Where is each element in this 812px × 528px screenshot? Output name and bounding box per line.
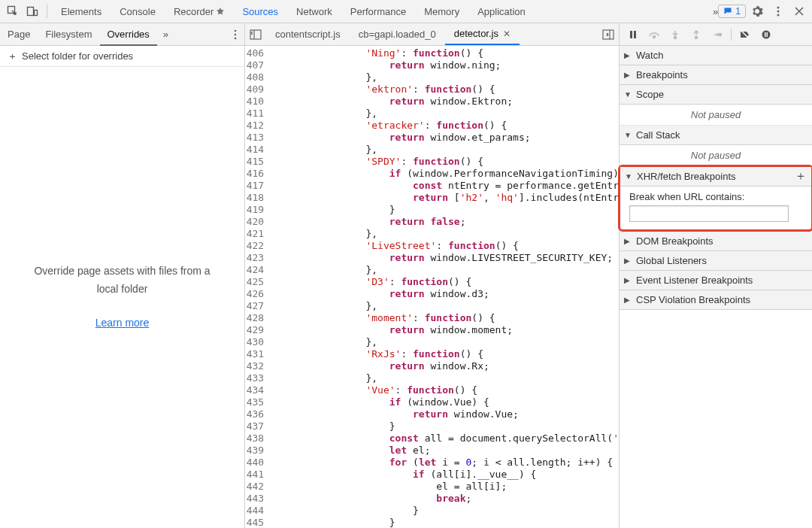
tab-recorder[interactable]: Recorder <box>165 0 233 23</box>
subtab-filesystem[interactable]: Filesystem <box>38 23 99 45</box>
callstack-not-paused: Not paused <box>620 145 812 166</box>
badge-count: 1 <box>735 6 741 17</box>
pause-on-exceptions-icon[interactable] <box>757 30 775 39</box>
breakpoints-panel-header[interactable]: ▶Breakpoints <box>620 65 812 85</box>
tab-application[interactable]: Application <box>468 0 535 23</box>
xhr-input-label: Break when URL contains: <box>629 191 805 202</box>
debugger-controls <box>620 23 812 45</box>
separator <box>47 5 47 18</box>
event-panel-header[interactable]: ▶Event Listener Breakpoints <box>620 271 812 290</box>
xhr-url-input[interactable] <box>629 205 789 222</box>
overrides-text-2: local folder <box>97 281 148 299</box>
tab-sources[interactable]: Sources <box>233 0 287 23</box>
svg-point-3 <box>777 7 780 9</box>
tab-console[interactable]: Console <box>111 0 165 23</box>
select-folder-label: Select folder for overrides <box>22 50 133 62</box>
step-out-icon[interactable] <box>687 30 705 39</box>
svg-rect-12 <box>634 31 636 38</box>
close-tab-icon[interactable]: ✕ <box>503 29 511 39</box>
svg-point-13 <box>653 35 656 38</box>
svg-rect-18 <box>765 32 766 37</box>
code-editor[interactable]: 4064074084094104114124134144154164174184… <box>245 46 620 528</box>
plus-icon: ＋ <box>8 50 17 63</box>
svg-point-5 <box>777 14 780 17</box>
subtab-overrides[interactable]: Overrides <box>100 24 157 46</box>
learn-more-link[interactable]: Learn more <box>95 314 150 332</box>
deactivate-breakpoints-icon[interactable] <box>736 30 754 39</box>
select-folder-button[interactable]: ＋ Select folder for overrides <box>0 46 244 67</box>
secondary-toolbar: PageFilesystemOverrides» contentscript.j… <box>0 23 812 46</box>
overrides-empty-state: Override page assets with files from a l… <box>0 67 244 528</box>
gear-icon[interactable] <box>747 2 767 21</box>
svg-point-14 <box>674 36 677 38</box>
pause-icon[interactable] <box>624 30 642 39</box>
scope-not-paused: Not paused <box>620 105 812 126</box>
close-icon[interactable] <box>789 2 809 21</box>
svg-rect-19 <box>767 32 768 37</box>
svg-point-6 <box>235 29 237 32</box>
svg-point-15 <box>695 36 698 38</box>
main-toolbar: ElementsConsoleRecorderSourcesNetworkPer… <box>0 0 812 23</box>
svg-point-8 <box>235 37 237 39</box>
callstack-panel-header[interactable]: ▼Call Stack <box>620 126 812 145</box>
show-navigator-icon[interactable] <box>245 29 266 40</box>
more-subtabs-icon[interactable]: » <box>157 29 174 40</box>
step-over-icon[interactable] <box>645 30 663 39</box>
svg-rect-1 <box>28 8 34 16</box>
scope-panel-header[interactable]: ▼Scope <box>620 85 812 105</box>
overrides-text-1: Override page assets with files from a <box>34 262 210 281</box>
svg-rect-2 <box>35 11 38 16</box>
tab-memory[interactable]: Memory <box>415 0 468 23</box>
xhr-breakpoints-highlight: ▼XHR/fetch Breakpoints ＋ Break when URL … <box>618 165 812 232</box>
svg-point-7 <box>235 33 237 35</box>
tab-network[interactable]: Network <box>287 0 341 23</box>
tab-performance[interactable]: Performance <box>341 0 415 23</box>
tab-elements[interactable]: Elements <box>52 0 111 23</box>
step-into-icon[interactable] <box>666 30 684 39</box>
editor-tabs: contentscript.jscb=gapi.loaded_0detector… <box>245 23 620 45</box>
navigator-tabs: PageFilesystemOverrides» <box>0 23 245 45</box>
run-snippet-icon[interactable] <box>598 29 619 40</box>
watch-panel-header[interactable]: ▶Watch <box>620 46 812 65</box>
file-tab[interactable]: detector.js✕ <box>445 23 520 45</box>
global-panel-header[interactable]: ▶Global Listeners <box>620 251 812 271</box>
file-tab[interactable]: cb=gapi.loaded_0 <box>350 23 445 45</box>
more-tabs-icon[interactable]: » <box>713 6 718 17</box>
csp-panel-header[interactable]: ▶CSP Violation Breakpoints <box>620 290 812 310</box>
top-tabs: ElementsConsoleRecorderSourcesNetworkPer… <box>52 0 713 23</box>
navigator-menu-icon[interactable] <box>226 29 244 40</box>
svg-point-4 <box>777 11 780 13</box>
add-xhr-breakpoint-icon[interactable]: ＋ <box>795 168 807 184</box>
dom-panel-header[interactable]: ▶DOM Breakpoints <box>620 232 812 251</box>
svg-point-16 <box>720 33 722 35</box>
svg-rect-9 <box>250 30 261 39</box>
code-area[interactable]: 'Ning': function() { return window.ning;… <box>271 46 619 528</box>
line-gutter: 4064074084094104114124134144154164174184… <box>245 46 271 528</box>
debugger-panels: ▶Watch ▶Breakpoints ▼Scope Not paused ▼C… <box>620 46 812 528</box>
navigator-sidebar: ＋ Select folder for overrides Override p… <box>0 46 245 528</box>
xhr-panel-header[interactable]: ▼XHR/fetch Breakpoints ＋ <box>620 167 811 187</box>
kebab-menu-icon[interactable] <box>768 2 788 21</box>
messages-badge[interactable]: 1 <box>718 5 746 18</box>
svg-rect-11 <box>630 31 632 38</box>
subtab-page[interactable]: Page <box>0 23 38 45</box>
device-toolbar-icon[interactable] <box>23 2 42 21</box>
inspect-icon[interactable] <box>3 2 23 21</box>
step-icon[interactable] <box>708 30 726 39</box>
file-tab[interactable]: contentscript.js <box>266 23 350 45</box>
svg-point-17 <box>762 30 771 38</box>
